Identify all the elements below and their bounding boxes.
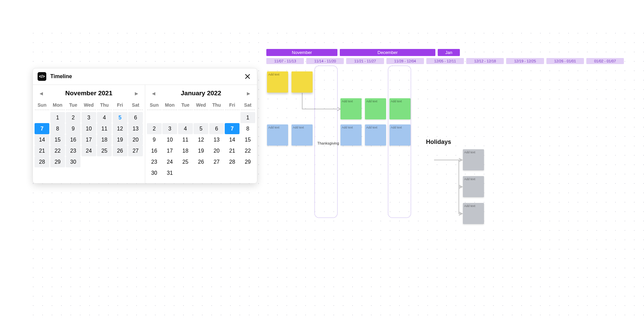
calendar-day[interactable]: 13	[209, 134, 224, 145]
weekday-label: Tue	[178, 100, 193, 110]
calendar-day[interactable]: 1	[50, 112, 65, 123]
calendar-day[interactable]: 6	[128, 112, 143, 123]
calendar-day[interactable]: 8	[240, 123, 255, 134]
week-header[interactable]: 12/19 - 12/25	[506, 58, 544, 64]
sticky-note[interactable]	[291, 71, 313, 93]
calendar-day[interactable]: 25	[178, 156, 193, 167]
calendar-day[interactable]: 6	[209, 123, 224, 134]
calendar-day[interactable]: 23	[147, 156, 162, 167]
calendar-day[interactable]: 7	[225, 123, 239, 134]
calendar-day[interactable]: 28	[225, 156, 239, 167]
calendar-day[interactable]: 17	[82, 134, 96, 145]
calendar-day[interactable]: 2	[147, 123, 162, 134]
calendar-day[interactable]: 12	[194, 134, 208, 145]
sticky-note[interactable]: Add text	[365, 98, 386, 119]
weekday-label: Tue	[66, 100, 80, 110]
calendar-day[interactable]: 15	[50, 134, 65, 145]
calendar-day[interactable]: 7	[35, 123, 49, 134]
calendar-day[interactable]: 15	[240, 134, 255, 145]
sticky-note[interactable]: Add text	[267, 71, 288, 93]
calendar-day[interactable]: 20	[128, 134, 143, 145]
calendar-day[interactable]: 14	[35, 134, 49, 145]
calendar-day[interactable]: 26	[113, 145, 127, 156]
calendar-day[interactable]: 16	[147, 145, 162, 156]
calendar-day[interactable]: 4	[178, 123, 193, 134]
sticky-note[interactable]: Add text	[389, 98, 411, 119]
calendar-day[interactable]: 30	[147, 167, 162, 178]
weekday-label: Sat	[241, 100, 255, 110]
sticky-note[interactable]: Add text	[340, 98, 362, 119]
calendar-day[interactable]: 22	[50, 145, 65, 156]
calendar-day[interactable]: 9	[66, 123, 80, 134]
weekday-label: Fri	[225, 100, 239, 110]
week-header[interactable]: 11/07 - 11/13	[266, 58, 304, 64]
calendar-day[interactable]: 8	[50, 123, 65, 134]
calendar-day[interactable]: 18	[178, 145, 193, 156]
weekday-label: Mon	[51, 100, 65, 110]
calendar-day[interactable]: 21	[225, 145, 239, 156]
calendar-day[interactable]: 11	[178, 134, 193, 145]
sticky-note[interactable]: Add text	[365, 124, 386, 146]
calendar-day[interactable]: 29	[50, 156, 65, 167]
calendar-day[interactable]: 16	[66, 134, 80, 145]
calendar-day[interactable]: 18	[97, 134, 112, 145]
calendar-day[interactable]: 27	[209, 156, 224, 167]
calendar-day[interactable]: 10	[82, 123, 96, 134]
calendar-day[interactable]: 3	[162, 123, 177, 134]
calendar-day[interactable]: 27	[128, 145, 143, 156]
calendar-day[interactable]: 4	[97, 112, 112, 123]
calendar-day[interactable]: 31	[162, 167, 177, 178]
calendar-day[interactable]: 13	[128, 123, 143, 134]
calendar-day[interactable]: 17	[162, 145, 177, 156]
week-header[interactable]: 01/02 - 01/07	[586, 58, 624, 64]
week-header[interactable]: 12/12 - 12/18	[466, 58, 504, 64]
calendar-day[interactable]: 24	[82, 145, 96, 156]
calendar-day[interactable]: 1	[240, 112, 255, 123]
calendar-day[interactable]: 10	[162, 134, 177, 145]
calendar-day[interactable]: 25	[97, 145, 112, 156]
calendar-day[interactable]: 26	[194, 156, 208, 167]
week-header[interactable]: 11/21 - 11/27	[346, 58, 384, 64]
weekday-label: Mon	[163, 100, 177, 110]
week-header[interactable]: 11/28 - 12/04	[386, 58, 424, 64]
prev-month-button[interactable]: ◀	[38, 89, 45, 98]
calendar-day[interactable]: 19	[113, 134, 127, 145]
sticky-note[interactable]: Add text	[389, 124, 411, 146]
weekday-label: Thu	[97, 100, 112, 110]
calendar-day[interactable]: 3	[82, 112, 96, 123]
calendar-day[interactable]: 20	[209, 145, 224, 156]
calendar-day[interactable]: 14	[225, 134, 239, 145]
months-container: ◀November 2021▶SunMonTueWedThuFriSat1234…	[33, 85, 257, 183]
sticky-note[interactable]: Add text	[267, 124, 288, 146]
close-button[interactable]	[243, 72, 252, 81]
next-month-button[interactable]: ▶	[133, 89, 140, 98]
calendar-day[interactable]: 24	[162, 156, 177, 167]
calendar-day[interactable]: 23	[66, 145, 80, 156]
calendar-day[interactable]: 30	[66, 156, 80, 167]
timeline-board: NovemberDecemberJan 11/07 - 11/1311/14 -…	[266, 49, 624, 224]
calendar-day[interactable]: 19	[194, 145, 208, 156]
week-header[interactable]: 11/14 - 11/20	[306, 58, 344, 64]
calendar-day[interactable]: 11	[97, 123, 112, 134]
sticky-note[interactable]: Add text	[291, 124, 313, 146]
calendar-day[interactable]: 21	[35, 145, 49, 156]
calendar-day[interactable]: 5	[113, 112, 127, 123]
calendar-day[interactable]: 29	[240, 156, 255, 167]
week-header[interactable]: 12/05 - 12/11	[426, 58, 464, 64]
sticky-note[interactable]: Add text	[463, 203, 484, 224]
swimlane-area[interactable]: Add textAdd textAdd textAdd textAdd text…	[266, 66, 624, 224]
calendar-day[interactable]: 9	[147, 134, 162, 145]
week-header[interactable]: 12/26 - 01/01	[546, 58, 584, 64]
calendar-day[interactable]: 22	[240, 145, 255, 156]
weekday-label: Thu	[210, 100, 224, 110]
calendar-day[interactable]: 12	[113, 123, 127, 134]
calendar-day[interactable]: 5	[194, 123, 208, 134]
sticky-note[interactable]: Add text	[340, 124, 362, 146]
calendar-day[interactable]: 28	[35, 156, 49, 167]
sticky-note[interactable]: Add text	[463, 176, 484, 197]
holidays-label: Holidays	[426, 139, 451, 146]
prev-month-button[interactable]: ◀	[150, 89, 157, 98]
calendar-day[interactable]: 2	[66, 112, 80, 123]
next-month-button[interactable]: ▶	[245, 89, 252, 98]
sticky-note[interactable]: Add text	[463, 149, 484, 170]
